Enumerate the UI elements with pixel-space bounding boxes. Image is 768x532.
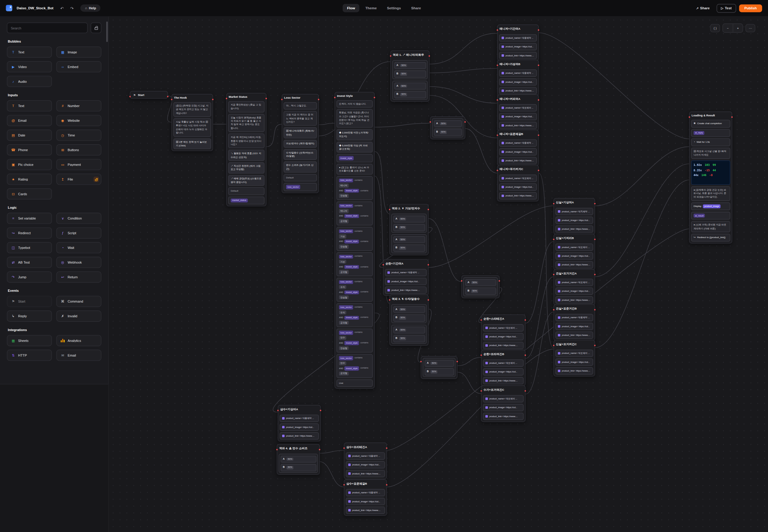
sidebar-item-webhook[interactable]: ◎Webhook [56, 257, 101, 268]
set-variable-block[interactable]: product_name= 대흥제약 ... [346, 452, 385, 460]
button-choice-block[interactable]: ▦ 1분 매도 전략 보기 눌러보기 (Click) [173, 138, 212, 149]
condition-block[interactable]: loss_sectorcontains수자ANDinvest_stylecont… [337, 303, 373, 327]
set-variable-block[interactable]: product_name= 대오제이 ... [499, 175, 537, 182]
sidebar-item-email[interactable]: @Email [7, 115, 52, 126]
button-choice-block[interactable]: ◆ 2,000만원 미만 (-가격제/의도서) [337, 129, 373, 140]
ab-branch-row[interactable]: B50% [393, 335, 425, 342]
connection-point[interactable] [167, 96, 168, 97]
set-variable-block[interactable]: product_image= https://cd... [346, 498, 385, 505]
sidebar-item-sheets[interactable]: ▦Sheets [7, 335, 52, 346]
set-variable-block[interactable]: product_link= https://www.... [499, 157, 537, 165]
sidebar-item-audio[interactable]: ♪Audio [7, 76, 52, 87]
ab-split-block[interactable]: A50%B50% [392, 81, 427, 100]
connection-point[interactable] [553, 239, 554, 240]
ab-branch-row[interactable]: B50% [393, 224, 425, 231]
sidebar-item-payment[interactable]: ▭Payment [56, 159, 101, 170]
ab-branch-row[interactable]: B50% [424, 368, 454, 375]
set-variable-block[interactable]: product_image= https://cd... [499, 148, 537, 156]
set-variable-block[interactable]: product_name= 대오제이 ... [483, 395, 523, 402]
publish-button[interactable]: Publish [739, 4, 762, 12]
set-variable-block[interactable]: product_name= 대웅제약 ... [499, 34, 537, 42]
set-variable-block[interactable]: product_link= https://www.... [499, 87, 537, 94]
set-variable-block[interactable]: product_name= 대웅제약 ... [555, 314, 593, 321]
nav-theme[interactable]: Theme [361, 4, 381, 12]
connection-point[interactable] [383, 264, 384, 265]
set-variable-block[interactable]: product_link= https://www.... [385, 287, 427, 294]
ab-branch-row[interactable]: A50% [465, 279, 496, 286]
sidebar-item-return[interactable]: ↩Return [56, 271, 101, 283]
button-choice-block[interactable]: 먼수 소버즈 (농기/기즈 신간) [284, 161, 317, 172]
set-variable-block[interactable]: product_link= https://www.... [483, 342, 523, 349]
condition-block[interactable]: loss_sectorcontains수자ANDinvest_stylecont… [337, 278, 373, 302]
button-choice-block[interactable]: ↗ 매매 관망(무포) (스윙으로 생각 중입니다) [228, 175, 265, 186]
ab-branch-row[interactable]: A50% [393, 236, 425, 243]
button-choice-block[interactable]: ▦ 매니저/외화주 (회복/가/반전) [284, 127, 317, 139]
button-choice-block[interactable]: 가보/먼저수 (제우/험/방어) [284, 140, 317, 148]
ab-branch-row[interactable]: A50% [434, 120, 462, 127]
set-variable-block[interactable]: product_name= 대오제이 ... [483, 359, 523, 367]
set-variable-block[interactable]: product_name= 대오제이 ... [555, 350, 593, 357]
sidebar-item-embed[interactable]: ‹›Embed [56, 61, 101, 73]
set-variable-block[interactable]: product_image= https://cd... [555, 288, 593, 295]
sidebar-item-number[interactable]: #Number [56, 100, 101, 112]
text-bubble-block[interactable]: 지금 제 계인터(그래프) 마침, 흐름의 변동이나 모양 보이시나요? [228, 133, 265, 148]
flow-group-r4[interactable]: 건실+표준거긴Bproduct_name= 대웅제약 ...product_im… [553, 304, 595, 341]
flow-group-p9[interactable]: 수가+프거여긴Cproduct_name= 대오제이 ...product_im… [481, 385, 525, 422]
connection-point[interactable] [389, 209, 391, 210]
help-button[interactable]: ∩ Help [80, 4, 100, 12]
ab-branch-row[interactable]: A50% [394, 62, 426, 69]
button-choice-block[interactable]: ◆ 5,000만원 이상 (역 가려결/고포워) [337, 142, 373, 153]
zoom-in-button[interactable]: + [733, 24, 743, 32]
sidebar-item-invalid[interactable]: ✗Invalid [56, 310, 101, 322]
ab-branch-row[interactable]: A50% [393, 215, 425, 223]
text-bubble-block[interactable]: Live [337, 379, 373, 387]
connection-point[interactable] [538, 29, 539, 31]
sidebar-item-redirect[interactable]: ↪Redirect [7, 227, 52, 239]
sidebar-item-text[interactable]: TText [7, 46, 52, 58]
connection-point[interactable] [318, 99, 319, 100]
connection-point[interactable] [374, 97, 375, 98]
set-variable-block[interactable]: product_image= https://cd... [555, 323, 593, 330]
sidebar-item-typebot[interactable]: ◫Typebot [7, 242, 52, 253]
connection-point[interactable] [129, 96, 131, 97]
connection-point[interactable] [497, 99, 498, 101]
connection-point[interactable] [320, 410, 321, 411]
connection-point[interactable] [594, 309, 596, 310]
connection-point[interactable] [524, 319, 526, 321]
connection-point[interactable] [538, 170, 539, 171]
condition-block[interactable]: loss_sectorcontains매니저ANDinvest_stylecon… [337, 176, 373, 200]
set-variable-block[interactable]: product_link= https://www.... [346, 507, 385, 514]
set-variable-block[interactable]: product_name= 대치제약 ... [555, 208, 593, 215]
wait-block[interactable]: ◔Wait for 1.5s [691, 139, 731, 146]
ab-branch-row[interactable]: B50% [434, 128, 462, 136]
set-variable-block[interactable]: product_name= 대오제이 ... [499, 104, 537, 112]
set-variable-block[interactable]: product_image= https://cd... [555, 358, 593, 366]
set-variable-block[interactable]: product_image= https://cd... [346, 461, 385, 469]
connection-point[interactable] [594, 239, 596, 240]
ab-split-block[interactable]: A50%B50% [392, 60, 427, 79]
ab-branch-row[interactable]: A50% [393, 327, 425, 334]
sidebar-item-image[interactable]: ▦Image [56, 46, 101, 58]
connection-point[interactable] [386, 447, 387, 449]
set-variable-block[interactable]: product_image= https://cd... [499, 113, 537, 121]
set-variable-block[interactable]: product_image= https://cd... [499, 78, 537, 86]
sidebar-item-set-variable[interactable]: =Set variable [7, 213, 52, 224]
ab-split-block[interactable]: A50%B50% [391, 304, 426, 323]
connection-point[interactable] [553, 274, 554, 275]
flow-group-p4[interactable]: 매니저+표준제갈Bproduct_name= 대웅제약 ...product_i… [497, 130, 539, 166]
text-bubble-block[interactable]: 회원님, 여유 자금은 (혹시나 가 그간? 선물함? 근녀, 어디 전문가? … [337, 109, 373, 127]
connection-point[interactable] [212, 99, 214, 100]
connection-point[interactable] [498, 280, 500, 282]
set-variable-block[interactable]: product_name= 대흥제약 ... [346, 489, 385, 497]
set-variable-block[interactable]: product_name= 대웅제약 ... [385, 269, 427, 276]
ab-branch-row[interactable]: A50% [394, 82, 426, 90]
connection-point[interactable] [497, 134, 498, 136]
typebot-logo-icon[interactable] [6, 5, 12, 11]
connection-point[interactable] [538, 64, 539, 66]
flow-group-split3[interactable]: 역파 3. ↯ 수자/알쏭수A50%B50%A50%B50% [389, 294, 429, 346]
text-bubble-block[interactable]: 사실 확률상 실제 시장 체크 ▦ 후엔? 너도 나도 따라 사다가 손해의 대… [173, 118, 212, 137]
flow-group-pb1[interactable]: 삼수+기상어Aproduct_name= 대흥제약 ...product_ima… [278, 405, 321, 442]
ab-branch-row[interactable]: B50% [393, 244, 425, 252]
connection-point[interactable] [481, 354, 482, 356]
set-variable-block[interactable]: product_link= https://www.... [499, 52, 537, 59]
